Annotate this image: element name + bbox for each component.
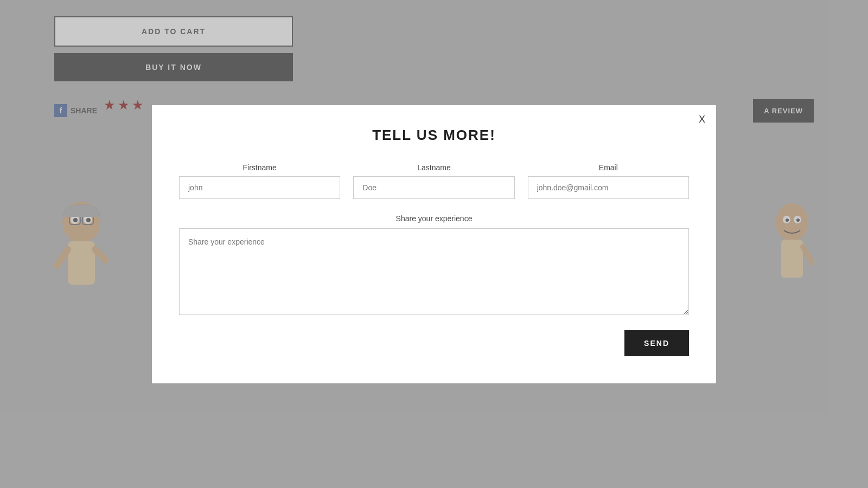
modal-dialog: X TELL US MORE! Firstname Lastname Email… [152, 105, 716, 383]
send-button[interactable]: SEND [624, 330, 689, 356]
lastname-input[interactable] [353, 176, 514, 199]
experience-section: Share your experience [179, 214, 689, 317]
lastname-label: Lastname [353, 163, 514, 172]
modal-close-button[interactable]: X [699, 114, 705, 125]
firstname-group: Firstname [179, 163, 340, 199]
form-row-names: Firstname Lastname Email [179, 163, 689, 199]
firstname-label: Firstname [179, 163, 340, 172]
modal-overlay[interactable]: X TELL US MORE! Firstname Lastname Email… [0, 0, 868, 488]
email-input[interactable] [528, 176, 689, 199]
experience-textarea[interactable] [179, 228, 689, 315]
lastname-group: Lastname [353, 163, 514, 199]
experience-label: Share your experience [179, 214, 689, 223]
modal-title: TELL US MORE! [179, 127, 689, 144]
firstname-input[interactable] [179, 176, 340, 199]
email-label: Email [528, 163, 689, 172]
email-group: Email [528, 163, 689, 199]
